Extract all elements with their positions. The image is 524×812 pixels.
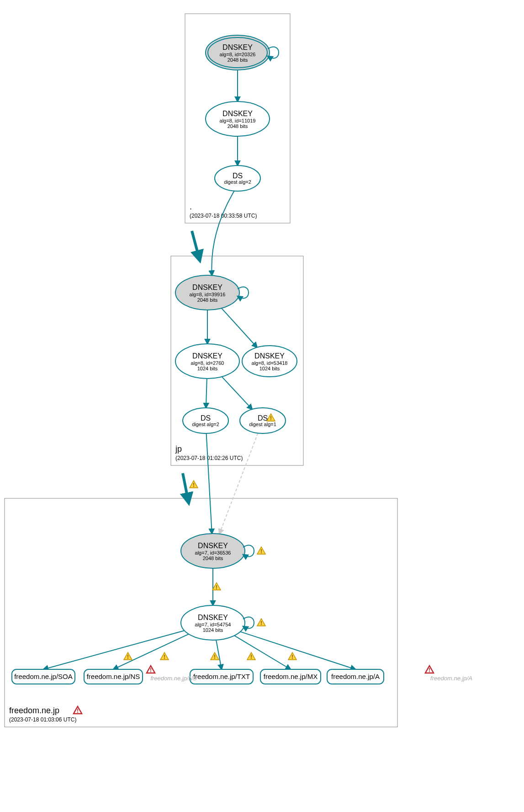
rr-edge-warning-icon: ! xyxy=(288,652,296,660)
svg-text:!: ! xyxy=(291,654,293,660)
svg-text:!: ! xyxy=(150,667,152,673)
zone-timestamp-jp: (2023-07-18 01:02:26 UTC) xyxy=(175,455,243,461)
svg-text:freedom.ne.jp/SOA: freedom.ne.jp/SOA xyxy=(14,673,73,680)
svg-text:DNSKEY: DNSKEY xyxy=(254,352,285,360)
svg-text:alg=7, id=36536: alg=7, id=36536 xyxy=(195,550,231,556)
svg-text:DNSKEY: DNSKEY xyxy=(198,614,228,621)
svg-text:2048 bits: 2048 bits xyxy=(228,57,248,63)
svg-text:2048 bits: 2048 bits xyxy=(228,123,248,129)
svg-text:alg=8, id=2760: alg=8, id=2760 xyxy=(191,360,224,366)
rrset-rr_mx: freedom.ne.jp/MX xyxy=(260,669,321,684)
svg-text:2048 bits: 2048 bits xyxy=(197,297,218,303)
svg-text:DNSKEY: DNSKEY xyxy=(222,110,253,118)
rr-edge-warning-icon: ! xyxy=(124,652,132,660)
svg-text:DNSKEY: DNSKEY xyxy=(192,352,222,360)
edge-jp_ksk-jp_zsk2 xyxy=(222,308,257,347)
svg-text:!: ! xyxy=(260,548,262,555)
delegation-warning-icon: ! xyxy=(190,481,198,488)
svg-text:alg=8, id=11019: alg=8, id=11019 xyxy=(220,118,256,123)
svg-text:DS: DS xyxy=(201,414,211,422)
edge-warning-icon: ! xyxy=(212,583,221,591)
node-jp_ds2: DSdigest alg=1! xyxy=(240,408,286,433)
ghost-rrset: freedom.ne.jp/A xyxy=(430,675,472,682)
svg-text:1024 bits: 1024 bits xyxy=(197,366,218,371)
node-jp_zsk1: DNSKEYalg=8, id=27601024 bits xyxy=(175,344,239,379)
rr-edge-warning-icon: ! xyxy=(160,652,169,660)
edge-jp_ds1-d_ksk xyxy=(206,433,212,534)
svg-text:digest alg=1: digest alg=1 xyxy=(249,422,276,427)
self-loop-warning-icon: ! xyxy=(257,619,265,626)
delegation-edge xyxy=(183,473,188,501)
node-root_ds: DSdigest alg=2 xyxy=(215,166,260,191)
node-d_zsk: DNSKEYalg=7, id=547541024 bits! xyxy=(181,605,265,640)
edge-zsk-rr_txt xyxy=(216,640,222,669)
rrset-rr_soa: freedom.ne.jp/SOA xyxy=(12,669,75,684)
svg-text:DNSKEY: DNSKEY xyxy=(222,43,253,51)
svg-text:!: ! xyxy=(250,654,252,660)
missing-rrset-error-icon: ! xyxy=(425,666,434,673)
node-jp_ds1: DSdigest alg=2 xyxy=(183,408,228,433)
node-d_ksk: DNSKEYalg=7, id=365362048 bits! xyxy=(181,534,265,568)
delegation-edge xyxy=(192,231,199,258)
svg-text:!: ! xyxy=(270,415,272,422)
node-root_zsk: DNSKEYalg=8, id=110192048 bits xyxy=(206,102,270,136)
zone-label-jp: jp xyxy=(175,444,182,454)
svg-text:!: ! xyxy=(127,654,129,660)
svg-text:digest alg=2: digest alg=2 xyxy=(192,422,219,427)
svg-text:DS: DS xyxy=(233,172,243,180)
zone-label-root: . xyxy=(190,202,192,211)
self-loop-warning-icon: ! xyxy=(257,547,265,555)
edge-zsk-rr_a xyxy=(240,632,355,669)
rr-edge-warning-icon: ! xyxy=(247,652,255,660)
rrset-rr_ns: freedom.ne.jp/NS xyxy=(84,669,143,684)
svg-text:!: ! xyxy=(214,654,216,660)
edge-jp_ds2-d_ksk xyxy=(219,433,258,534)
svg-text:alg=8, id=39916: alg=8, id=39916 xyxy=(190,292,226,297)
node-jp_zsk2: DNSKEYalg=8, id=534181024 bits xyxy=(242,346,297,377)
zone-error-icon: ! xyxy=(74,706,82,714)
svg-text:DS: DS xyxy=(258,414,268,422)
svg-text:DNSKEY: DNSKEY xyxy=(198,542,228,550)
svg-text:1024 bits: 1024 bits xyxy=(259,366,280,371)
svg-text:alg=8, id=20326: alg=8, id=20326 xyxy=(220,52,256,57)
svg-text:alg=7, id=54754: alg=7, id=54754 xyxy=(195,622,231,627)
svg-text:freedom.ne.jp/NS: freedom.ne.jp/NS xyxy=(87,673,140,680)
edge-jp_zsk1-jp_ds1 xyxy=(206,379,207,408)
svg-text:2048 bits: 2048 bits xyxy=(203,556,223,561)
svg-text:!: ! xyxy=(216,584,217,591)
node-root_ksk: DNSKEYalg=8, id=203262048 bits xyxy=(206,35,279,70)
edge-root_ds-jp_ksk xyxy=(212,191,234,276)
svg-text:alg=8, id=53418: alg=8, id=53418 xyxy=(252,360,288,366)
svg-text:!: ! xyxy=(164,654,165,660)
svg-text:DNSKEY: DNSKEY xyxy=(192,283,222,291)
svg-text:freedom.ne.jp/MX: freedom.ne.jp/MX xyxy=(264,673,318,680)
svg-text:!: ! xyxy=(77,708,79,714)
zone-label-domain: freedom.ne.jp xyxy=(9,706,59,715)
dnssec-diagram: .(2023-07-18 00:33:58 UTC)jp(2023-07-18 … xyxy=(0,0,524,812)
rrset-rr_txt: freedom.ne.jp/TXT xyxy=(190,669,253,684)
ghost-rrset: freedom.ne.jp/NS xyxy=(150,675,196,682)
edge-zsk-rr_mx xyxy=(234,636,291,669)
edge-zsk-rr_soa xyxy=(43,630,185,669)
svg-text:freedom.ne.jp/TXT: freedom.ne.jp/TXT xyxy=(193,673,250,680)
zone-timestamp-domain: (2023-07-18 01:03:06 UTC) xyxy=(9,716,76,723)
svg-text:!: ! xyxy=(193,482,195,488)
edge-jp_zsk1-jp_ds2 xyxy=(222,377,252,409)
missing-rrset-error-icon: ! xyxy=(147,666,155,673)
svg-text:freedom.ne.jp/A: freedom.ne.jp/A xyxy=(331,673,380,680)
svg-text:!: ! xyxy=(260,620,262,626)
svg-text:digest alg=2: digest alg=2 xyxy=(224,179,251,185)
svg-text:1024 bits: 1024 bits xyxy=(203,627,223,633)
svg-text:!: ! xyxy=(429,667,430,673)
rr-edge-warning-icon: ! xyxy=(211,652,219,660)
rrset-rr_a: freedom.ne.jp/A xyxy=(327,669,384,684)
node-jp_ksk: DNSKEYalg=8, id=399162048 bits xyxy=(175,275,249,310)
